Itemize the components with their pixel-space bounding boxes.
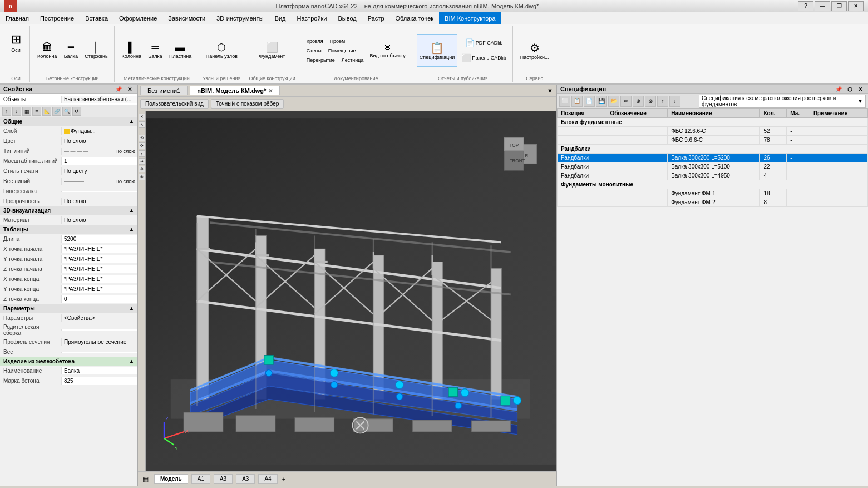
ribbon-btn-pdf[interactable]: 📄 PDF CADlib [458,36,509,51]
ribbon-btn-pomeshchenie[interactable]: Помещение [326,46,359,55]
table-row[interactable]: ФБС 12.6.6-С 52 - [558,127,868,136]
table-row[interactable]: Фундамент ФМ-1 18 - [558,189,868,198]
props-toolbar-btn4[interactable]: ≡ [32,107,41,116]
tab-dropdown-btn[interactable]: ▼ [544,87,556,94]
tab-a3-2[interactable]: A3 [236,474,255,484]
tool-btn-select[interactable]: ↖ [139,121,145,128]
tool-btn-1[interactable]: ⟲ [139,135,145,141]
menu-glavnaya[interactable]: Главная [0,12,34,24]
vp-user-view-btn[interactable]: Пользовательский вид [140,99,209,109]
menu-rastr[interactable]: Растр [362,12,390,24]
minimize-button[interactable]: — [815,1,830,11]
spec-tool-2[interactable]: 📋 [571,96,583,107]
table-row-selected[interactable]: Рандбалки Балка 300х200 L=5200 26 - [558,154,868,162]
menu-vyvod[interactable]: Вывод [332,12,362,24]
tool-btn-3[interactable]: ↕ [139,150,145,157]
spec-close-btn[interactable]: ✕ [856,86,865,92]
spec-pin-btn[interactable]: 📌 [833,86,844,92]
ribbon-btn-steny[interactable]: Стены [304,46,324,55]
table-row[interactable]: Рандбалки Балка 300х300 L=4950 4 - [558,171,868,180]
ribbon-btn-osi[interactable]: ⊞ Оси [6,27,26,59]
ribbon-btn-perekrytie[interactable]: Перекрытие [304,56,338,65]
ribbon-btn-priyom[interactable]: Проем [327,37,348,46]
props-toolbar-btn1[interactable]: ↑ [2,107,11,116]
spec-selector[interactable]: Спецификация к схеме расположения ростве… [699,95,866,108]
spec-expand-btn[interactable]: ⬡ [845,86,855,92]
tool-btn-6[interactable]: ⊗ [139,174,145,180]
ribbon-btn-panel-nodes[interactable]: ⬡ Панель узлов [203,34,240,67]
section-izdelie[interactable]: Изделие из железобетона ▲ [0,357,137,366]
menu-oformlenie[interactable]: Оформление [114,12,162,24]
menu-vid[interactable]: Вид [269,12,292,24]
section-3dviz[interactable]: 3D-визуализация ▲ [0,206,137,215]
spec-tool-7[interactable]: ⊕ [633,96,644,107]
ribbon-btn-lestnitsa[interactable]: Лестница [339,56,367,65]
spec-tool-4[interactable]: 💾 [596,96,607,107]
spec-tool-9[interactable]: ↑ [657,96,668,107]
ribbon-btn-krovlya[interactable]: Кровля [304,37,326,46]
tool-btn-5[interactable]: ⊕ [139,166,145,172]
props-pin-btn[interactable]: 📌 [113,86,124,92]
menu-nastroyki[interactable]: Настройки [292,12,333,24]
props-toolbar-btn3[interactable]: ▦ [22,107,31,116]
tab-close-btn[interactable]: ✕ [268,88,273,94]
viewport-canvas[interactable]: X Y Z FRONT R [138,111,556,471]
ribbon-btn-vid-po-obektu[interactable]: 👁 Вид по объекту [367,35,408,66]
vp-shading-btn[interactable]: Точный с показом рёбер [211,99,284,109]
ribbon-btn-sterzhen[interactable]: │ Стержень [82,34,110,67]
ribbon-btn-plastina[interactable]: ▬ Пластина [166,34,194,67]
ribbon-btn-panel-cadlib[interactable]: ⬜ Панель CADlib [458,51,509,66]
props-toolbar-btn6[interactable]: 🔗 [52,107,61,116]
props-toolbar-btn7[interactable]: 🔍 [62,107,71,116]
table-row[interactable]: ФБС 9.6.6-С 78 - [558,136,868,145]
layout-icon[interactable]: ▦ [140,475,151,483]
table-row[interactable]: Фундамент ФМ-2 8 - [558,198,868,207]
props-close-btn[interactable]: ✕ [125,86,134,92]
spec-tool-3[interactable]: 📄 [584,96,595,107]
menu-3d-instruments[interactable]: 3D-инструменты [211,12,269,24]
restore-button[interactable]: ❐ [831,1,847,11]
cell-kol: 8 [760,198,787,207]
ribbon-btn-balka-metal[interactable]: ═ Балка [145,34,165,67]
menu-zavisimosti[interactable]: Зависимости [162,12,211,24]
3d-structure: X Y Z FRONT R [138,111,556,471]
spec-tool-10[interactable]: ↓ [669,96,680,107]
menu-bim[interactable]: BIM Конструктора [439,12,501,24]
ribbon-btn-specs[interactable]: 📋 Спецификации [417,34,457,67]
menu-vstavka[interactable]: Вставка [80,12,114,24]
tool-btn-esc[interactable]: ✕ [139,114,145,120]
tab-a1[interactable]: A1 [191,474,210,484]
close-button[interactable]: ✕ [848,1,864,11]
props-toolbar-btn5[interactable]: 📐 [42,107,51,116]
spec-tool-5[interactable]: 📂 [608,96,619,107]
props-toolbar-btn8[interactable]: ↺ [72,107,81,116]
help-button[interactable]: ? [798,1,813,11]
viewport[interactable]: Без имени1 nBIM. Модель КМ.dwg* ✕ ▼ Поль… [138,85,556,486]
section-tablitsy[interactable]: Таблицы ▲ [0,225,137,234]
menu-postroenie[interactable]: Построение [34,12,80,24]
section-obshchie[interactable]: Общие ▲ [0,117,137,126]
props-toolbar-btn2[interactable]: ↓ [12,107,21,116]
section-parametry[interactable]: Параметры ▲ [0,304,137,313]
tool-btn-4[interactable]: ⇔ [139,158,145,165]
tool-btn-2[interactable]: ⟳ [139,142,145,149]
tab-a3-1[interactable]: A3 [214,474,233,484]
spec-tool-1[interactable]: ⬜ [559,96,570,107]
ribbon-btn-balka[interactable]: ━ Балка [61,34,81,67]
ribbon-btn-fundament[interactable]: ⬜ Фундамент [257,34,288,67]
tab-bez-imeni[interactable]: Без имени1 [140,86,188,95]
ribbon-btn-kolonna-metal[interactable]: ▌ Колонна [119,34,144,67]
tab-nbim-km[interactable]: nBIM. Модель КМ.dwg* ✕ [190,86,280,95]
spec-tool-6[interactable]: ✏ [620,96,632,107]
ribbon-btn-kolonna-concrete[interactable]: 🏛 Колонна [34,34,60,67]
table-row[interactable]: Рандбалки Балка 300х300 L=5100 22 - [558,162,868,171]
ribbon-btn-settings[interactable]: ⚙ Настройки... [517,34,552,67]
add-tab-btn[interactable]: + [281,476,287,482]
tab-a4[interactable]: A4 [258,474,277,484]
spec-tool-8[interactable]: ⊗ [645,96,656,107]
menu-clouds[interactable]: Облака точек [390,12,440,24]
ribbon-group-common-label: Общие конструкции [249,76,295,81]
objects-value[interactable]: Балка железобетонная (... [61,96,137,103]
tab-model[interactable]: Модель [154,474,188,484]
viewport-tabs: Без имени1 nBIM. Модель КМ.dwg* ✕ ▼ [138,85,556,97]
